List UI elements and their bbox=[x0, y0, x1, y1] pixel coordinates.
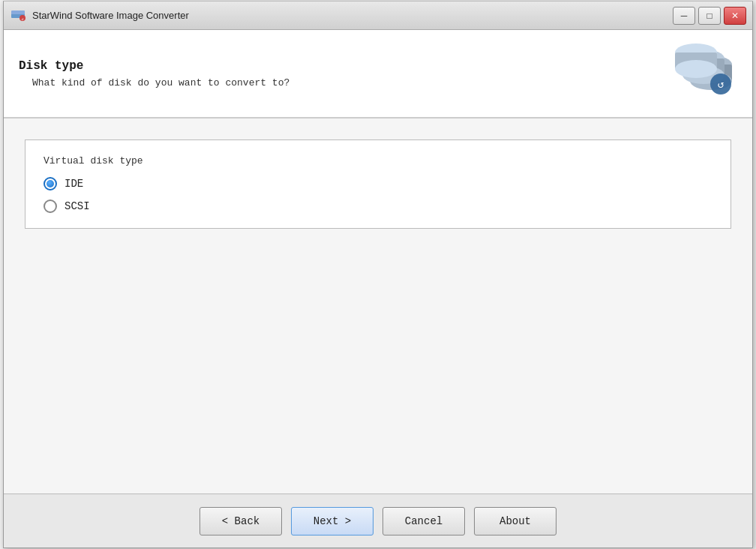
title-bar-left: ↺ StarWind Software Image Converter bbox=[10, 8, 189, 24]
svg-point-12 bbox=[675, 60, 717, 78]
radio-label-scsi: SCSI bbox=[64, 200, 90, 212]
svg-text:↺: ↺ bbox=[718, 79, 724, 91]
svg-rect-1 bbox=[11, 10, 25, 14]
window-title: StarWind Software Image Converter bbox=[32, 10, 189, 21]
minimize-button[interactable]: ─ bbox=[673, 7, 695, 25]
radio-button-ide[interactable] bbox=[44, 177, 57, 190]
radio-button-scsi[interactable] bbox=[44, 200, 57, 213]
radio-inner-ide bbox=[46, 180, 54, 188]
title-bar-buttons: ─ □ ✕ bbox=[673, 7, 746, 25]
footer: < Back Next > Cancel About bbox=[4, 494, 752, 548]
page-title: Disk type bbox=[19, 59, 670, 73]
close-button[interactable]: ✕ bbox=[724, 7, 746, 25]
header-area: Disk type What kind of disk do you want … bbox=[4, 30, 752, 118]
svg-text:↺: ↺ bbox=[21, 17, 23, 22]
maximize-button[interactable]: □ bbox=[698, 7, 721, 25]
section-label: Virtual disk type bbox=[44, 155, 712, 166]
radio-label-ide: IDE bbox=[64, 178, 83, 190]
header-text: Disk type What kind of disk do you want … bbox=[19, 59, 670, 88]
content-box: Virtual disk type IDE SCSI bbox=[25, 140, 731, 229]
page-subtitle: What kind of disk do you want to convert… bbox=[32, 77, 670, 88]
back-button[interactable]: < Back bbox=[200, 507, 282, 536]
radio-group: IDE SCSI bbox=[44, 177, 712, 213]
title-bar: ↺ StarWind Software Image Converter ─ □ … bbox=[4, 2, 752, 30]
next-button[interactable]: Next > bbox=[291, 507, 374, 536]
main-window: ↺ StarWind Software Image Converter ─ □ … bbox=[3, 1, 753, 548]
main-content: Virtual disk type IDE SCSI bbox=[4, 118, 752, 494]
radio-item-ide[interactable]: IDE bbox=[44, 177, 712, 190]
about-button[interactable]: About bbox=[474, 507, 556, 536]
radio-item-scsi[interactable]: SCSI bbox=[44, 200, 712, 213]
cancel-button[interactable]: Cancel bbox=[382, 507, 465, 536]
server-icon: ↺ bbox=[670, 44, 737, 104]
app-icon: ↺ bbox=[10, 8, 26, 24]
